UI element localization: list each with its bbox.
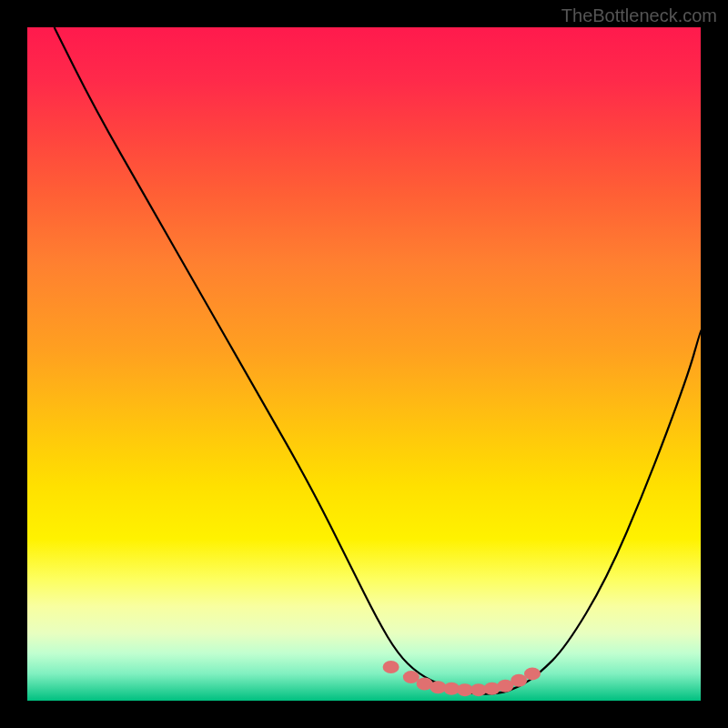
chart-svg (27, 27, 701, 701)
chart-curve (55, 27, 701, 694)
marker-point (511, 674, 527, 687)
watermark-text: TheBottleneck.com (561, 5, 717, 26)
marker-point (403, 671, 420, 683)
chart-plot-area (27, 27, 701, 701)
marker-point (524, 667, 541, 680)
chart-markers (383, 661, 541, 696)
marker-point (383, 661, 399, 673)
